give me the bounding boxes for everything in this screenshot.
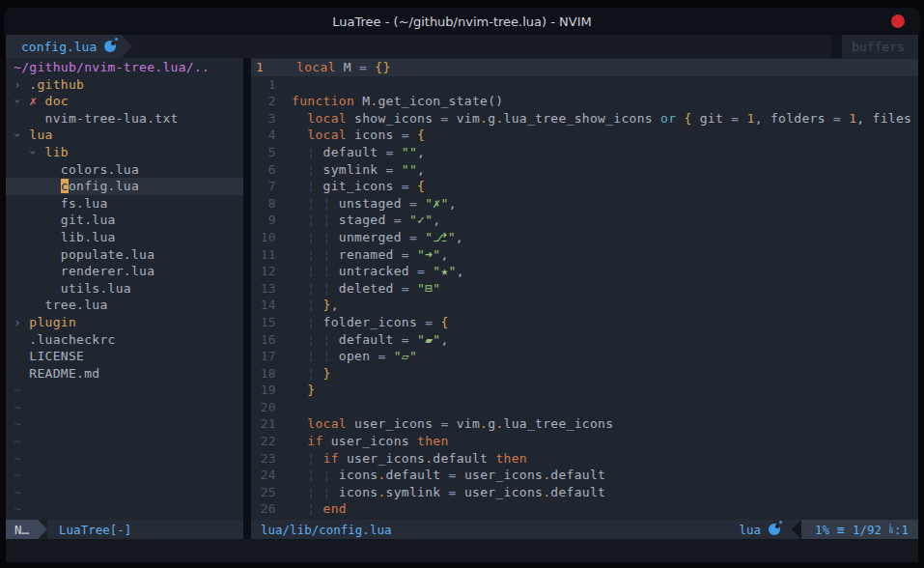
- code-line[interactable]: 18 ¦ }: [251, 365, 918, 383]
- tree-item-label: tree.lua: [45, 298, 108, 312]
- code-line[interactable]: 16 ¦ ¦ default = "▰",: [251, 331, 918, 349]
- code-line[interactable]: 17 ¦ ¦ open = "▱": [251, 348, 918, 365]
- close-button[interactable]: [891, 14, 905, 28]
- chevron-down-icon[interactable]: ›: [9, 131, 26, 139]
- mode-indicator: N…: [6, 520, 38, 539]
- window-separator[interactable]: [243, 58, 251, 520]
- code-line[interactable]: 1local M = {}: [251, 59, 918, 76]
- code-line[interactable]: 13 ¦ ¦ deleted = "⊟": [251, 280, 918, 298]
- buffers-chip[interactable]: buffers: [831, 35, 918, 58]
- statusline-app-name: LuaTree[-]: [47, 520, 243, 539]
- code-line[interactable]: 20: [251, 399, 918, 416]
- line-position: 1/92: [853, 523, 882, 537]
- chevron-down-icon[interactable]: ›: [25, 149, 42, 156]
- chevron-right-icon[interactable]: ›: [14, 314, 21, 331]
- statusline-filetype: lua: [727, 520, 792, 539]
- chevron-down-icon[interactable]: ›: [9, 98, 26, 105]
- nvim-window: LuaTree - (~/github/nvim-tree.lua) - NVI…: [0, 0, 924, 568]
- code-text: ¦ ¦ unmerged = "⎇",: [280, 229, 918, 246]
- code-line[interactable]: 22 if user_icons then: [251, 433, 918, 450]
- code-text: local M = {}: [285, 59, 918, 76]
- code-text: ¦ git_icons = {: [280, 178, 918, 195]
- line-number: 24: [251, 467, 280, 484]
- line-number: 17: [251, 348, 280, 365]
- tree-item-git-lua[interactable]: git.lua: [6, 212, 243, 229]
- code-text: local user_icons = vim.g.lua_tree_icons: [280, 415, 918, 433]
- code-text: function M.get_icon_state(): [280, 93, 918, 110]
- code-line[interactable]: 24 ¦ ¦ icons.default = user_icons.defaul…: [251, 467, 918, 484]
- code-line[interactable]: 8 ¦ ¦ unstaged = "✗",: [251, 195, 918, 213]
- command-line[interactable]: [6, 539, 918, 562]
- filler-tilde: ~: [6, 467, 243, 484]
- powerline-arrow-icon: [38, 520, 47, 539]
- file-tree-panel[interactable]: ~/github/nvim-tree.lua/..› .github› ✗ do…: [6, 58, 243, 520]
- tree-item-config-lua[interactable]: config.lua: [6, 178, 243, 195]
- code-line[interactable]: 19 }: [251, 382, 918, 399]
- tab-config-lua[interactable]: config.lua: [6, 35, 122, 58]
- code-line[interactable]: 11 ¦ ¦ renamed = "➜",: [251, 246, 918, 264]
- line-number: 11: [251, 246, 280, 264]
- chevron-right-icon[interactable]: ›: [14, 76, 21, 94]
- tree-item-label: renderer.lua: [61, 264, 155, 278]
- code-line[interactable]: 15 ¦ folder_icons = {: [251, 314, 918, 331]
- code-text: ¦ end: [280, 500, 918, 518]
- tree-item-license[interactable]: LICENSE: [6, 348, 243, 365]
- code-line[interactable]: 6 ¦ symlink = "",: [251, 161, 918, 179]
- tree-item-lib[interactable]: › lib: [6, 144, 243, 161]
- code-text: }: [280, 382, 918, 399]
- tree-item--luacheckrc[interactable]: .luacheckrc: [6, 331, 243, 349]
- line-number: 12: [251, 263, 280, 280]
- tree-item-doc[interactable]: › ✗ doc: [6, 93, 243, 110]
- statusline-editor-segment: lua/lib/config.lua lua 1% ≡ 1/92 LN :1: [251, 520, 918, 539]
- app-label: LuaTree[-]: [59, 523, 131, 537]
- code-line[interactable]: 23 ¦ if user_icons.default then: [251, 450, 918, 468]
- tree-item--github[interactable]: › .github: [6, 76, 243, 94]
- code-line[interactable]: 4 local icons = {: [251, 127, 918, 144]
- code-text: ¦ ¦ icons.symlink = user_icons.default: [280, 484, 918, 501]
- code-text: if user_icons then: [280, 433, 918, 450]
- tree-item-tree-lua[interactable]: tree.lua: [6, 297, 243, 314]
- tree-item-label: doc: [45, 94, 69, 108]
- code-line[interactable]: 5 ¦ default = "",: [251, 144, 918, 161]
- code-line[interactable]: 25 ¦ ¦ icons.symlink = user_icons.defaul…: [251, 484, 918, 501]
- code-line[interactable]: 1: [251, 76, 918, 94]
- line-number: 4: [251, 127, 280, 144]
- tree-item-plugin[interactable]: › plugin: [6, 314, 243, 331]
- tree-item-label: .luacheckrc: [29, 332, 115, 347]
- tree-item-lib-lua[interactable]: lib.lua: [6, 229, 243, 246]
- tree-item-label: fs.lua: [61, 196, 108, 211]
- filetype-label: lua: [739, 523, 761, 537]
- tree-item-utils-lua[interactable]: utils.lua: [6, 280, 243, 298]
- line-number: 26: [251, 500, 280, 518]
- tree-item-lua[interactable]: › lua: [6, 127, 243, 144]
- line-number-icon: LN: [889, 525, 893, 535]
- line-number-value: :1: [894, 523, 909, 537]
- code-line[interactable]: 14 ¦ },: [251, 297, 918, 314]
- titlebar[interactable]: LuaTree - (~/github/nvim-tree.lua) - NVI…: [4, 8, 920, 35]
- tree-item-colors-lua[interactable]: colors.lua: [6, 161, 243, 179]
- filepath-label: lua/lib/config.lua: [261, 523, 391, 537]
- tree-item-fs-lua[interactable]: fs.lua: [6, 195, 243, 213]
- tree-item-nvim-tree-lua-txt[interactable]: nvim-tree-lua.txt: [6, 110, 243, 128]
- line-number: 23: [251, 450, 280, 468]
- line-number: 3: [251, 110, 280, 128]
- code-line[interactable]: 2function M.get_icon_state(): [251, 93, 918, 110]
- tree-item-populate-lua[interactable]: populate.lua: [6, 246, 243, 264]
- editor-panel[interactable]: 1local M = {}12function M.get_icon_state…: [251, 58, 918, 520]
- tree-item-readme-md[interactable]: README.md: [6, 365, 243, 383]
- line-number: 13: [251, 280, 280, 298]
- tree-item-label: nvim-tree-lua.txt: [45, 111, 179, 126]
- code-line[interactable]: 7 ¦ git_icons = {: [251, 178, 918, 195]
- line-number: 21: [251, 415, 280, 433]
- filler-tilde: ~: [6, 382, 243, 399]
- code-line[interactable]: 3 local show_icons = vim.g.lua_tree_show…: [251, 110, 918, 128]
- code-line[interactable]: 26 ¦ end: [251, 500, 918, 518]
- code-line[interactable]: 21 local user_icons = vim.g.lua_tree_ico…: [251, 415, 918, 433]
- tree-item--github-nvim-tree-lua-[interactable]: ~/github/nvim-tree.lua/..: [6, 59, 243, 76]
- window-bottom-border: [0, 562, 924, 568]
- code-line[interactable]: 10 ¦ ¦ unmerged = "⎇",: [251, 229, 918, 246]
- code-line[interactable]: 12 ¦ ¦ untracked = "★",: [251, 263, 918, 280]
- tree-item-renderer-lua[interactable]: renderer.lua: [6, 263, 243, 280]
- code-text: ¦ ¦ untracked = "★",: [280, 263, 918, 280]
- code-line[interactable]: 9 ¦ ¦ staged = "✓",: [251, 212, 918, 229]
